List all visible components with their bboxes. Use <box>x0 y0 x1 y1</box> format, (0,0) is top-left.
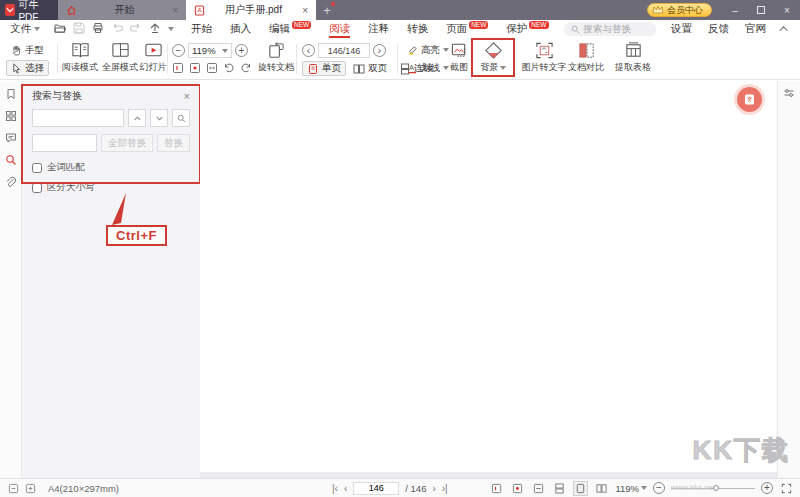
zoom-out-button[interactable]: − <box>653 482 665 494</box>
file-menu[interactable]: 文件 <box>0 22 46 36</box>
replace-button[interactable]: 替换 <box>157 134 190 152</box>
fullscreen-icon[interactable] <box>779 481 794 496</box>
thumbnails-icon[interactable] <box>5 110 17 122</box>
rotate-right-icon[interactable] <box>240 62 252 74</box>
page-indicator[interactable]: 146/146 <box>318 43 370 58</box>
read-mode-button[interactable]: 阅读模式 <box>60 41 100 74</box>
zoom-slider[interactable]: www.kkx.net <box>671 481 755 495</box>
undo-icon[interactable] <box>111 22 123 36</box>
background-button[interactable]: 背景 <box>474 41 512 74</box>
tab-document-close-icon[interactable]: × <box>302 5 308 16</box>
ribbon-tab-protect[interactable]: 保护NEW <box>497 20 557 38</box>
next-page-button[interactable]: › <box>432 483 435 494</box>
screenshot-button[interactable]: 截图 <box>442 41 476 74</box>
prev-page-button[interactable]: ‹ <box>302 44 315 57</box>
rotate-document-button[interactable]: 旋转文档 <box>256 41 296 74</box>
underline-text-icon: A <box>407 63 418 74</box>
first-page-button[interactable]: |‹ <box>332 483 338 494</box>
panel-close-icon[interactable]: × <box>184 90 190 102</box>
ribbon-tab-read[interactable]: 阅读 <box>320 20 359 38</box>
window-close-button[interactable]: × <box>774 0 800 20</box>
fit-page-icon[interactable] <box>510 481 525 496</box>
zoom-level-value: 119% <box>192 45 216 56</box>
whole-word-checkbox[interactable] <box>32 163 42 173</box>
doc-compare-button[interactable]: 文档对比 <box>563 41 609 74</box>
prev-page-button[interactable]: ‹ <box>344 483 347 494</box>
save-icon[interactable] <box>73 22 85 36</box>
attachment-icon[interactable] <box>5 176 17 188</box>
select-tool-label: 选择 <box>25 62 44 75</box>
zoom-caret-icon <box>641 486 647 490</box>
prev-page-mini-icon[interactable] <box>8 483 19 494</box>
whole-word-checkbox-row[interactable]: 全词匹配 <box>22 159 200 176</box>
ribbon-tab-insert[interactable]: 插入 <box>221 20 260 38</box>
ribbon-tab-annotate[interactable]: 注释 <box>359 20 398 38</box>
fit-width-icon[interactable] <box>206 62 218 74</box>
open-file-icon[interactable] <box>54 22 66 36</box>
page-number-input[interactable] <box>353 482 399 495</box>
zoom-in-button[interactable]: + <box>235 44 248 57</box>
slideshow-button[interactable]: 幻灯片 <box>133 41 173 74</box>
find-next-button[interactable] <box>150 109 168 127</box>
actual-size-icon[interactable] <box>489 481 504 496</box>
zoom-in-button[interactable]: + <box>761 482 773 494</box>
tab-document[interactable]: 用户手册.pdf × <box>186 0 316 20</box>
find-button[interactable] <box>172 109 190 127</box>
window-maximize-button[interactable] <box>748 0 774 20</box>
next-page-button[interactable]: › <box>373 44 386 57</box>
single-page-button[interactable]: 单页 <box>302 61 346 76</box>
ribbon-tab-page[interactable]: 页面NEW <box>437 20 497 38</box>
replace-all-button[interactable]: 全部替换 <box>101 134 153 152</box>
watermark-url: www.kkx.net <box>671 483 715 492</box>
chevron-down-icon <box>155 114 164 123</box>
double-page-button[interactable]: 双页 <box>348 61 392 76</box>
settings-link[interactable]: 设置 <box>671 22 692 36</box>
next-page-mini-icon[interactable] <box>25 483 36 494</box>
extract-table-button[interactable]: 提取表格 <box>610 41 656 74</box>
select-tool-button[interactable]: 选择 <box>6 60 49 76</box>
continuous-view-icon[interactable] <box>552 481 567 496</box>
redo-icon[interactable] <box>130 22 142 36</box>
zoom-out-button[interactable]: − <box>172 44 185 57</box>
window-minimize-button[interactable]: – <box>722 0 748 20</box>
print-icon[interactable] <box>92 22 104 36</box>
status-zoom-dropdown[interactable]: 119% <box>615 483 647 494</box>
double-page-view-icon[interactable] <box>594 481 609 496</box>
search-panel-icon[interactable] <box>5 154 17 166</box>
replace-input[interactable] <box>32 134 97 152</box>
case-sensitive-checkbox[interactable] <box>32 183 42 193</box>
collapse-ribbon-icon[interactable] <box>779 26 787 34</box>
rotate-left-icon[interactable] <box>223 62 235 74</box>
tab-home-close-icon[interactable]: × <box>172 5 178 16</box>
app-brand[interactable]: 可牛PDF <box>0 0 58 20</box>
adjust-sliders-icon[interactable] <box>783 87 795 99</box>
tab-home[interactable]: 开始 × <box>58 0 186 20</box>
search-input[interactable] <box>32 109 124 127</box>
feedback-link[interactable]: 反馈 <box>708 22 729 36</box>
comments-icon[interactable] <box>5 132 17 144</box>
last-page-button[interactable]: ›| <box>442 483 448 494</box>
ribbon-tab-start[interactable]: 开始 <box>182 20 221 38</box>
zoom-level-box[interactable]: 119% <box>188 43 232 58</box>
fit-page-icon[interactable] <box>189 62 201 74</box>
floating-translate-button[interactable] <box>737 87 762 112</box>
single-page-label: 单页 <box>322 62 341 75</box>
document-page[interactable] <box>200 81 777 472</box>
quick-access-more-icon[interactable] <box>168 27 174 31</box>
single-page-view-icon[interactable] <box>573 481 588 496</box>
hand-tool-button[interactable]: 手型 <box>6 42 49 58</box>
actual-size-icon[interactable] <box>172 62 184 74</box>
bookmark-icon[interactable] <box>5 88 17 100</box>
website-link[interactable]: 官网 <box>745 22 766 36</box>
ribbon-tab-convert[interactable]: 转换 <box>398 20 437 38</box>
find-previous-button[interactable] <box>128 109 146 127</box>
panel-title: 搜索与替换 <box>32 89 82 103</box>
vip-center-button[interactable]: 会员中心 <box>647 3 712 17</box>
ribbon-search-box[interactable]: 搜索与替换 <box>564 22 656 36</box>
share-icon[interactable] <box>149 22 161 36</box>
fit-width-icon[interactable] <box>531 481 546 496</box>
single-page-icon <box>307 63 319 75</box>
fullscreen-mode-icon <box>111 41 130 60</box>
new-tab-button[interactable]: + <box>316 0 338 20</box>
ribbon-tab-edit[interactable]: 编辑NEW <box>260 20 320 38</box>
